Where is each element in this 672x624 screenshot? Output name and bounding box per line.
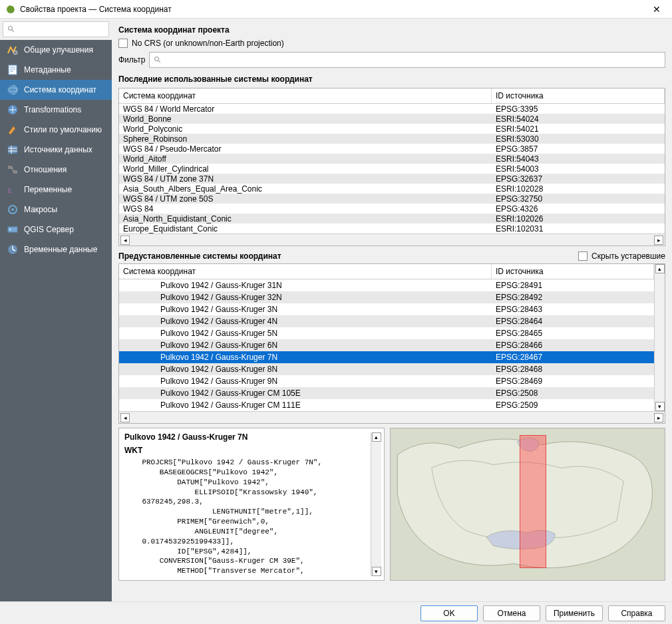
ok-button[interactable]: OK [420, 605, 478, 621]
sidebar-search[interactable] [3, 21, 109, 37]
table-row[interactable]: Pulkovo 1942 / Gauss-Kruger 9NEPSG:28469 [119, 375, 654, 387]
scroll-left-icon[interactable]: ◂ [120, 413, 130, 422]
crs-id: ESRI:53030 [492, 134, 665, 144]
svg-point-3 [13, 51, 17, 55]
table-row[interactable]: World_BonneESRI:54024 [119, 114, 665, 124]
crs-id: ESRI:54021 [492, 124, 665, 134]
table-row[interactable]: World_PolyconicESRI:54021 [119, 124, 665, 134]
no-crs-label: No CRS (or unknown/non-Earth projection) [132, 39, 284, 48]
no-crs-checkbox[interactable] [118, 39, 128, 48]
scroll-down-icon[interactable]: ▾ [655, 402, 665, 411]
filter-label: Фильтр [118, 55, 145, 65]
sidebar-item-label: Источники данных [24, 145, 92, 154]
table-row[interactable]: World_AitoffESRI:54043 [119, 154, 665, 164]
table-row[interactable]: Sphere_RobinsonESRI:53030 [119, 134, 665, 144]
sidebar-item-label: Система координат [24, 85, 96, 94]
table-row[interactable]: Pulkovo 1942 / Gauss-Kruger CM 105EEPSG:… [119, 387, 654, 399]
sidebar-item-styles[interactable]: Стили по умолчанию [0, 120, 112, 140]
table-row[interactable]: Asia_North_Equidistant_ConicESRI:102026 [119, 214, 665, 224]
crs-name: Pulkovo 1942 / Gauss-Kruger 4N [119, 317, 492, 326]
sidebar-item-label: Переменные [24, 185, 72, 194]
scroll-up-icon[interactable]: ▴ [655, 264, 665, 273]
general-icon [7, 44, 19, 56]
filter-input[interactable] [149, 52, 665, 68]
scroll-up-icon[interactable]: ▴ [372, 432, 381, 442]
sidebar-item-label: Отношения [24, 165, 67, 174]
sidebar-item-label: Общие улучшения [24, 45, 93, 55]
help-button[interactable]: Справка [608, 605, 665, 621]
crs-id: EPSG:2509 [492, 400, 654, 410]
table-row[interactable]: World_Miller_CylindricalESRI:54003 [119, 164, 665, 174]
sidebar-item-datasources[interactable]: Источники данных [0, 140, 112, 160]
crs-id: ESRI:102028 [492, 184, 665, 194]
crs-name: Pulkovo 1942 / Gauss-Kruger CM 105E [119, 389, 492, 398]
apply-button[interactable]: Применить [546, 605, 603, 621]
table-row[interactable]: Pulkovo 1942 / Gauss-Kruger 4NEPSG:28464 [119, 315, 654, 327]
sidebar-item-label: QGIS Сервер [24, 225, 74, 234]
scroll-left-icon[interactable]: ◂ [120, 235, 130, 245]
table-row[interactable]: Pulkovo 1942 / Gauss-Kruger 32NEPSG:2849… [119, 291, 654, 303]
col-id[interactable]: ID источника [492, 88, 665, 103]
crs-name: Pulkovo 1942 / Gauss-Kruger 8N [119, 365, 492, 374]
predefined-hscroll[interactable]: ◂ ▸ [119, 411, 665, 423]
section-project-crs: Система координат проекта [118, 25, 665, 35]
table-row[interactable]: WGS 84 / UTM zone 37NEPSG:32637 [119, 174, 665, 184]
table-row[interactable]: Europe_Equidistant_ConicESRI:102031 [119, 224, 665, 234]
svg-rect-15 [8, 166, 12, 169]
crs-name: Asia_North_Equidistant_Conic [119, 214, 492, 224]
sidebar-item-metadata[interactable]: Метаданные [0, 60, 112, 80]
svg-line-2 [12, 30, 14, 32]
sidebar-item-server[interactable]: QGIS Сервер [0, 220, 112, 239]
table-row[interactable]: Pulkovo 1942 / Gauss-Kruger 31NEPSG:2849… [119, 279, 654, 291]
sidebar-item-general[interactable]: Общие улучшения [0, 40, 112, 60]
sidebar-item-label: Временные данные [24, 245, 97, 254]
sidebar-item-transform[interactable]: Transformations [0, 100, 112, 120]
crs-name: Pulkovo 1942 / Gauss-Kruger 3N [119, 305, 492, 314]
crs-name: WGS 84 / UTM zone 50S [119, 194, 492, 204]
sidebar-item-label: Метаданные [24, 65, 71, 75]
table-row[interactable]: Pulkovo 1942 / Gauss-Kruger CM 111EEPSG:… [119, 399, 654, 411]
recent-hscroll[interactable]: ◂ ▸ [119, 234, 665, 245]
col-crs[interactable]: Система координат [119, 88, 492, 103]
sidebar-item-temporal[interactable]: Временные данные [0, 239, 112, 259]
scroll-right-icon[interactable]: ▸ [654, 413, 663, 422]
scroll-right-icon[interactable]: ▸ [654, 235, 663, 245]
predefined-vscroll[interactable]: ▴ ▾ [654, 264, 665, 411]
table-row[interactable]: Pulkovo 1942 / Gauss-Kruger 6NEPSG:28466 [119, 339, 654, 351]
table-row[interactable]: WGS 84 / UTM zone 50SEPSG:32750 [119, 194, 665, 204]
col-id[interactable]: ID источника [492, 264, 654, 279]
crs-id: EPSG:28491 [492, 281, 654, 290]
svg-point-26 [155, 57, 159, 61]
crs-name: World_Miller_Cylindrical [119, 164, 492, 174]
sidebar-item-variables[interactable]: εПеременные [0, 180, 112, 200]
table-row[interactable]: WGS 84 / Pseudo-MercatorEPSG:3857 [119, 144, 665, 154]
crs-id: EPSG:28464 [492, 317, 654, 326]
table-row[interactable]: Asia_South_Albers_Equal_Area_ConicESRI:1… [119, 184, 665, 194]
svg-point-22 [9, 229, 11, 230]
wkt-vscroll[interactable]: ▴ ▾ [371, 432, 381, 576]
map-preview [390, 428, 665, 581]
datasources-icon [7, 144, 19, 156]
table-row[interactable]: WGS 84EPSG:4326 [119, 204, 665, 214]
table-row[interactable]: Pulkovo 1942 / Gauss-Kruger 3NEPSG:28463 [119, 303, 654, 315]
sidebar-item-macros[interactable]: Макросы [0, 200, 112, 220]
sidebar-item-relations[interactable]: Отношения [0, 160, 112, 180]
table-row[interactable]: Pulkovo 1942 / Gauss-Kruger 8NEPSG:28468 [119, 363, 654, 375]
table-row[interactable]: Pulkovo 1942 / Gauss-Kruger 5NEPSG:28465 [119, 327, 654, 339]
hide-deprecated-checkbox[interactable] [578, 251, 588, 261]
svg-text:ε: ε [8, 186, 12, 195]
crs-id: EPSG:28466 [492, 341, 654, 350]
sidebar-item-globe[interactable]: Система координат [0, 80, 112, 100]
table-row[interactable]: WGS 84 / World MercatorEPSG:3395 [119, 104, 665, 114]
recent-table: Система координат ID источника WGS 84 / … [118, 88, 665, 246]
svg-line-27 [158, 61, 160, 63]
table-row[interactable]: Pulkovo 1942 / Gauss-Kruger 7NEPSG:28467 [119, 351, 654, 363]
col-crs[interactable]: Система координат [119, 264, 492, 279]
crs-name: Pulkovo 1942 / Gauss-Kruger CM 111E [119, 400, 492, 410]
crs-name: WGS 84 / UTM zone 37N [119, 174, 492, 184]
search-icon [154, 56, 162, 64]
close-icon[interactable]: ✕ [647, 4, 667, 15]
cancel-button[interactable]: Отмена [483, 605, 540, 621]
scroll-down-icon[interactable]: ▾ [372, 567, 381, 576]
wkt-box: Pulkovo 1942 / Gauss-Kruger 7N WKT PROJC… [118, 428, 385, 581]
